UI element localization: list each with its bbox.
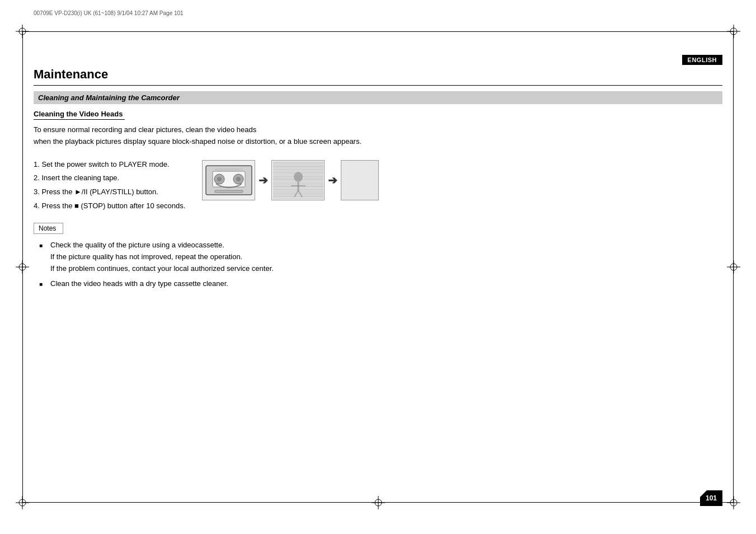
steps-row: 1. Set the power switch to PLAYER mode. … (34, 158, 722, 213)
svg-point-26 (236, 177, 241, 181)
notes-label: Notes (39, 224, 56, 232)
reg-mark-right-mid (727, 260, 740, 274)
notes-label-box: Notes (34, 223, 63, 234)
main-content: Maintenance Cleaning and Maintaining the… (34, 67, 722, 489)
intro-text: To ensure normal recording and clear pic… (34, 124, 722, 148)
image-static (271, 160, 325, 200)
image-clear-screen (341, 160, 379, 200)
steps-list: 1. Set the power switch to PLAYER mode. … (34, 158, 185, 213)
section-header: Cleaning and Maintaining the Camcorder (34, 91, 722, 104)
reg-mark-top-left (16, 25, 29, 38)
note-1-line-1: Check the quality of the picture using a… (50, 241, 224, 249)
subsection-header: Cleaning the Video Heads (34, 110, 125, 120)
step-4: 4. Press the ■ (STOP) button after 10 se… (34, 199, 185, 213)
file-header: 00709E VP-D230(i) UK (61~108) 9/1/04 10:… (34, 10, 184, 16)
page-title: Maintenance (34, 67, 722, 86)
noise-svg (273, 161, 323, 199)
steps-container: 1. Set the power switch to PLAYER mode. … (34, 158, 185, 213)
svg-point-53 (294, 172, 303, 182)
arrow-1: ➔ (259, 174, 268, 187)
english-badge: ENGLISH (682, 55, 722, 65)
step-2: 2. Insert the cleaning tape. (34, 171, 185, 185)
border-top (22, 31, 734, 32)
page-number-text: 101 (706, 494, 717, 502)
notes-section: Notes Check the quality of the picture u… (34, 223, 722, 289)
intro-line2: when the playback pictures display squar… (34, 137, 361, 146)
page-number-badge: 101 (700, 490, 722, 506)
step-1: 1. Set the power switch to PLAYER mode. (34, 158, 185, 172)
reg-mark-left-mid (16, 260, 29, 274)
images-container: ➔ (202, 160, 379, 200)
image-cassette (202, 160, 255, 200)
note-item-2: Clean the video heads with a dry type ca… (39, 278, 722, 290)
page-container: 00709E VP-D230(i) UK (61~108) 9/1/04 10:… (0, 0, 756, 534)
reg-mark-top-right (727, 25, 740, 38)
reg-mark-bottom-right (727, 496, 740, 509)
svg-rect-27 (215, 190, 243, 193)
clear-screen-svg (342, 161, 378, 199)
reg-mark-bottom-left (16, 496, 29, 509)
svg-rect-58 (342, 161, 378, 199)
note-1-line-2: If the picture quality has not improved,… (50, 252, 242, 261)
notes-list: Check the quality of the picture using a… (39, 240, 722, 289)
intro-line1: To ensure normal recording and clear pic… (34, 125, 256, 134)
note-1-line-3: If the problem continues, contact your l… (50, 264, 274, 273)
reg-mark-bottom-center (372, 496, 385, 509)
cassette-svg (204, 161, 254, 199)
arrow-2: ➔ (328, 174, 337, 187)
svg-point-24 (217, 177, 222, 181)
note-item-1: Check the quality of the picture using a… (39, 240, 722, 274)
step-3: 3. Press the ►/II (PLAY/STILL) button. (34, 185, 185, 199)
note-2-line-1: Clean the video heads with a dry type ca… (50, 279, 228, 288)
